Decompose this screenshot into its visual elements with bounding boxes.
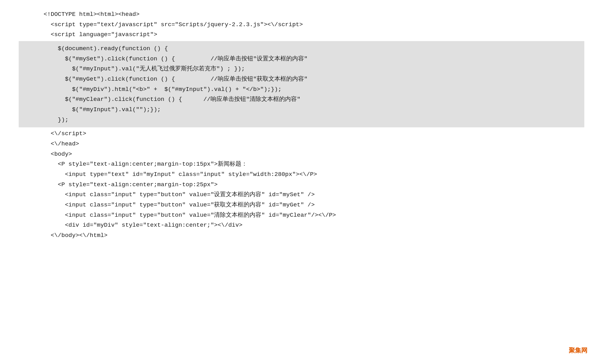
brand-label: 聚集网 (569, 345, 587, 355)
code-line-12: <input class="input" type="button" value… (19, 210, 584, 220)
code-line-hl7: $("#myInput").val("");}); (19, 105, 584, 115)
code-line-hl3: $("#myInput").val("无人机飞过俄罗斯托尔若克市") ; }); (19, 64, 584, 74)
code-line-13: <div id="myDiv" style="text-align:center… (19, 220, 584, 230)
code-line-3: <script language="javascript"> (19, 30, 584, 40)
code-line-8: <input type="text" id="myInput" class="i… (19, 169, 584, 180)
code-line-hl4: $("#myGet").click(function () { //响应单击按钮… (19, 74, 584, 84)
code-line-9: <P style="text-align:center;margin-top:2… (19, 180, 584, 190)
highlighted-code-block: $(document).ready(function () { $("#mySe… (19, 41, 584, 127)
code-line-7: <P style="text-align:center;margin-top:1… (19, 159, 584, 169)
code-line-4: <\/script> (19, 129, 584, 139)
code-container: <!DOCTYPE html><html><head> <script type… (0, 0, 603, 250)
code-line-hl8: }); (19, 115, 584, 125)
code-line-14: <\/body><\/html> (19, 230, 584, 241)
code-line-11: <input class="input" type="button" value… (19, 200, 584, 210)
code-line-10: <input class="input" type="button" value… (19, 190, 584, 200)
code-line-hl1: $(document).ready(function () { (19, 44, 584, 54)
code-line-1: <!DOCTYPE html><html><head> (19, 9, 584, 20)
code-line-hl2: $("#mySet").click(function () { //响应单击按钮… (19, 54, 584, 64)
code-line-hl5: $("#myDiv").html("<b>" + $("#myInput").v… (19, 84, 584, 95)
code-line-2: <script type="text/javascript" src="Scri… (19, 20, 584, 30)
code-line-6: <body> (19, 149, 584, 159)
code-line-hl6: $("#myClear").click(function () { //响应单击… (19, 94, 584, 105)
code-line-5: <\/head> (19, 139, 584, 149)
